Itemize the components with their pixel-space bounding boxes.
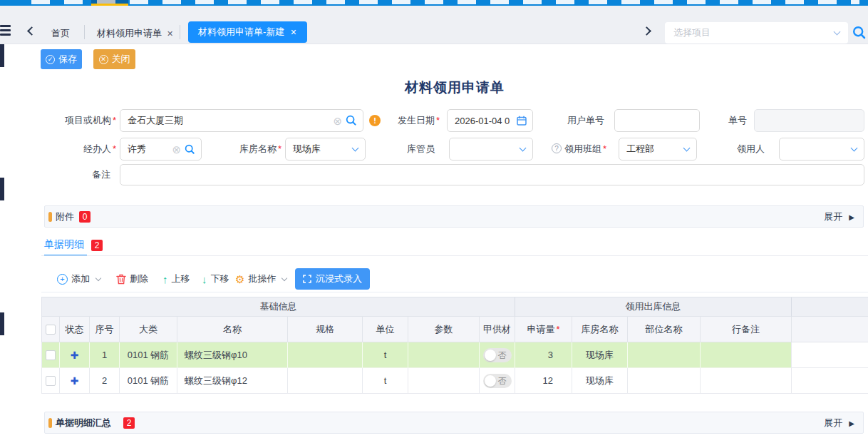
tab-doc-label: 材料领用申请单 bbox=[97, 27, 162, 40]
date-label: 发生日期* bbox=[365, 109, 440, 132]
row-category: 0101 钢筋 bbox=[120, 368, 177, 394]
row-new-icon: ✚ bbox=[71, 376, 79, 386]
select-all-checkbox[interactable] bbox=[46, 325, 56, 335]
keeper-label: 库管员 bbox=[363, 138, 435, 161]
row-warehouse: 现场库 bbox=[572, 342, 628, 368]
team-select[interactable]: 工程部 bbox=[619, 138, 697, 161]
batch-ops-button[interactable]: ⚙ 批操作 bbox=[235, 268, 286, 290]
tab-divider bbox=[180, 25, 180, 39]
top-menu-bar bbox=[0, 0, 868, 6]
header-filler bbox=[792, 317, 868, 342]
row-qty[interactable]: 3 bbox=[515, 342, 572, 368]
attachments-label: 附件 bbox=[56, 206, 74, 228]
row-status-cell: ✚ bbox=[60, 368, 90, 394]
row-part bbox=[628, 368, 701, 394]
row-checkbox[interactable] bbox=[46, 350, 56, 360]
immersive-label: 沉浸式录入 bbox=[316, 273, 362, 285]
project-input[interactable] bbox=[120, 116, 333, 126]
page-title: 材料领用申请单 bbox=[41, 78, 868, 97]
move-up-label: 上移 bbox=[172, 273, 190, 285]
tab-doc-new-active[interactable]: 材料领用申请单-新建 ✕ bbox=[188, 21, 307, 43]
tab-detail[interactable]: 单据明细 bbox=[44, 238, 84, 251]
table-row[interactable]: ✚ 2 0101 钢筋 螺纹三级钢φ12 t 否 12 现场库 bbox=[41, 368, 868, 394]
delete-row-button[interactable]: 删除 bbox=[116, 268, 148, 290]
immersive-entry-button[interactable]: 沉浸式录入 bbox=[295, 268, 370, 290]
section-marker bbox=[48, 418, 52, 428]
top-menu-active-item[interactable] bbox=[91, 0, 128, 6]
forward-chevron-icon[interactable] bbox=[642, 26, 651, 36]
tab-doc[interactable]: 材料领用申请单 ✕ bbox=[97, 27, 173, 40]
row-qty[interactable]: 12 bbox=[515, 368, 572, 394]
project-field[interactable]: ⊗ bbox=[120, 109, 363, 132]
row-checkbox[interactable] bbox=[46, 376, 56, 386]
keeper-select[interactable] bbox=[449, 138, 533, 161]
chevron-down-icon bbox=[851, 145, 858, 152]
save-button[interactable]: ✓ 保存 bbox=[41, 49, 82, 69]
left-rail-mark bbox=[0, 312, 4, 335]
clear-icon[interactable]: ⊗ bbox=[333, 116, 342, 126]
search-icon[interactable] bbox=[852, 26, 867, 40]
owner-supplied-toggle[interactable]: 否 bbox=[483, 348, 512, 362]
add-row-button[interactable]: + 添加 bbox=[57, 268, 100, 290]
close-tab-icon[interactable]: ✕ bbox=[167, 29, 173, 39]
row-warehouse: 现场库 bbox=[572, 368, 628, 394]
recipient-select[interactable] bbox=[779, 138, 864, 161]
close-tab-icon[interactable]: ✕ bbox=[290, 28, 296, 37]
attachments-expand-button[interactable]: 展开 ▶ bbox=[824, 206, 854, 228]
col-spec: 规格 bbox=[288, 317, 363, 342]
table-header-row: 状态 序号 大类 名称 规格 单位 参数 甲供材 申请量* 库房名称 部位名称 … bbox=[41, 317, 868, 342]
question-circle-icon[interactable]: ? bbox=[552, 143, 562, 153]
row-new-icon: ✚ bbox=[71, 350, 79, 360]
search-icon[interactable] bbox=[346, 115, 357, 126]
remark-input[interactable] bbox=[120, 170, 864, 180]
calendar-icon[interactable] bbox=[517, 116, 527, 126]
chevron-down-icon bbox=[520, 145, 527, 152]
detail-table: 基础信息 领用出库信息 状态 序号 大类 名称 规格 单位 参数 甲供材 申请量… bbox=[41, 297, 868, 394]
table-row[interactable]: ✚ 1 0101 钢筋 螺纹三级钢φ10 t 否 3 现场库 bbox=[41, 342, 868, 368]
chevron-down-icon bbox=[834, 29, 841, 36]
col-name: 名称 bbox=[177, 317, 288, 342]
move-down-button[interactable]: ↓ 下移 bbox=[202, 268, 229, 290]
handler-input[interactable] bbox=[120, 144, 172, 155]
attachments-count-badge: 0 bbox=[79, 211, 91, 223]
project-select[interactable]: 选择项目 bbox=[665, 22, 848, 44]
date-input[interactable] bbox=[448, 116, 517, 126]
close-button[interactable]: ✕ 关闭 bbox=[93, 49, 135, 69]
tab-home[interactable]: 首页 bbox=[51, 27, 70, 40]
team-select-value: 工程部 bbox=[626, 143, 684, 156]
move-up-button[interactable]: ↑ 上移 bbox=[162, 268, 190, 290]
warehouse-select-value: 现场库 bbox=[293, 143, 353, 156]
top-menu-items-clipped bbox=[31, 0, 859, 4]
date-field[interactable] bbox=[447, 109, 533, 132]
chevron-down-icon bbox=[352, 145, 359, 152]
search-icon[interactable] bbox=[185, 144, 195, 155]
close-button-label: 关闭 bbox=[112, 53, 130, 66]
fullscreen-corners-icon bbox=[303, 275, 311, 283]
doc-no-input bbox=[755, 116, 864, 126]
user-no-label: 用户单号 bbox=[533, 109, 604, 132]
warehouse-select[interactable]: 现场库 bbox=[285, 138, 366, 161]
remark-field[interactable] bbox=[120, 164, 864, 185]
tab-home-label: 首页 bbox=[51, 27, 70, 40]
clear-icon[interactable]: ⊗ bbox=[172, 144, 181, 155]
group-filler bbox=[792, 297, 868, 317]
row-spec bbox=[288, 342, 363, 368]
col-line-remark: 行备注 bbox=[701, 317, 792, 342]
owner-supplied-toggle[interactable]: 否 bbox=[483, 374, 512, 388]
col-warehouse: 库房名称 bbox=[572, 317, 628, 342]
col-status: 状态 bbox=[60, 317, 90, 342]
col-qty: 申请量* bbox=[515, 317, 572, 342]
row-seq: 1 bbox=[90, 342, 120, 368]
row-filler bbox=[792, 368, 868, 394]
chevron-down-icon bbox=[281, 275, 287, 281]
back-chevron-icon[interactable] bbox=[27, 26, 36, 36]
x-circle-icon: ✕ bbox=[99, 55, 108, 64]
toolbar-divider bbox=[41, 292, 868, 292]
tab-divider bbox=[84, 25, 85, 39]
plus-circle-icon: + bbox=[57, 274, 68, 285]
hamburger-icon[interactable] bbox=[0, 25, 11, 36]
toggle-label: 否 bbox=[498, 348, 507, 362]
gear-icon: ⚙ bbox=[235, 274, 244, 285]
summary-expand-button[interactable]: 展开 ▶ bbox=[824, 412, 854, 434]
handler-field[interactable]: ⊗ bbox=[120, 138, 202, 161]
